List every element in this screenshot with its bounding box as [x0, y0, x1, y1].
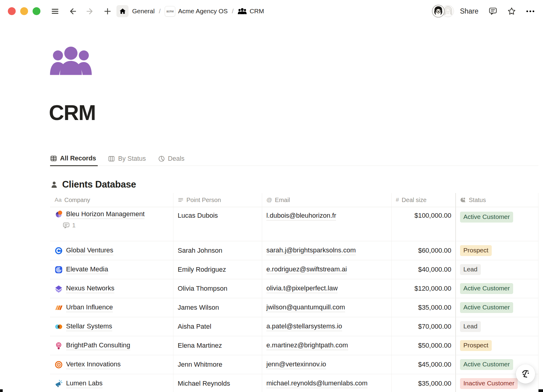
point-person-cell[interactable]: Lucas Dubois — [173, 207, 262, 241]
database-heading[interactable]: Clients Database — [50, 179, 136, 190]
table-view-icon — [50, 155, 57, 162]
table-row[interactable]: Vertex Innovations Jenn Whitmore jenn@ve… — [50, 355, 538, 374]
email-cell[interactable]: jwilson@quantumquill.com — [262, 298, 392, 317]
company-link[interactable]: Vertex Innovations — [66, 360, 121, 369]
minimize-window-button[interactable] — [20, 7, 28, 15]
close-window-button[interactable] — [8, 7, 16, 15]
table-row[interactable]: Nexus Networks Olivia Thompson olivia.t@… — [50, 279, 538, 298]
column-header-status[interactable]: Status — [456, 193, 538, 207]
logo-urban-influence-icon — [55, 304, 63, 312]
comments-icon[interactable] — [489, 7, 497, 15]
point-person-cell[interactable]: Olivia Thompson — [173, 279, 262, 298]
status-badge: Prospect — [460, 340, 492, 351]
company-link[interactable]: Lumen Labs — [66, 379, 103, 388]
company-cell[interactable]: Vertex Innovations — [50, 355, 173, 374]
breadcrumb-general[interactable]: General — [132, 8, 155, 15]
status-cell[interactable]: Prospect — [456, 241, 538, 260]
column-header-deal-size[interactable]: # Deal size — [392, 193, 456, 207]
status-cell[interactable]: Active Customer — [456, 298, 538, 317]
table-row[interactable]: Stellar Systems Aisha Patel a.patel@stel… — [50, 317, 538, 336]
company-link[interactable]: Bleu Horizon Management — [66, 210, 144, 219]
favorite-star-icon[interactable] — [507, 7, 516, 15]
table-row[interactable]: Elevate Media Emily Rodriguez e.rodrigue… — [50, 260, 538, 279]
point-person-cell[interactable]: Emily Rodriguez — [173, 260, 262, 279]
table-row[interactable]: Lumen Labs Michael Reynolds michael.reyn… — [50, 374, 538, 392]
breadcrumb-crm[interactable]: CRM — [238, 8, 264, 15]
status-cell[interactable]: Prospect — [456, 336, 538, 355]
comment-count[interactable]: 1 — [63, 222, 76, 229]
company-cell[interactable]: Urban Influence — [50, 298, 173, 317]
tab-deals[interactable]: Deals — [158, 150, 186, 166]
company-cell[interactable]: Nexus Networks — [50, 279, 173, 298]
email-cell[interactable]: e.martinez@brightpath.com — [262, 336, 392, 355]
column-header-company[interactable]: Aa Company — [50, 193, 173, 207]
new-page-icon[interactable] — [103, 7, 112, 15]
deal-size-cell[interactable]: $70,000.00 — [392, 317, 456, 336]
page-people-icon[interactable] — [49, 46, 92, 75]
table-row[interactable]: Bleu Horizon Management 1 Lucas Dubois l… — [50, 207, 538, 241]
point-person-cell[interactable]: Elena Martinez — [173, 336, 262, 355]
back-icon[interactable] — [68, 7, 77, 15]
company-cell[interactable]: Bleu Horizon Management 1 — [50, 207, 173, 241]
tab-by-status[interactable]: By Status — [108, 150, 148, 166]
page-title[interactable]: CRM — [49, 101, 96, 125]
deal-size-cell[interactable]: $45,000.00 — [392, 355, 456, 374]
email-cell[interactable]: l.dubois@bleuhorizon.fr — [262, 207, 392, 241]
sidebar-toggle-icon[interactable] — [51, 7, 59, 15]
column-header-email[interactable]: @ Email — [262, 193, 392, 207]
more-options-icon[interactable] — [526, 7, 535, 15]
table-row[interactable]: BrightPath Consulting Elena Martinez e.m… — [50, 336, 538, 355]
status-cell[interactable]: Lead — [456, 317, 538, 336]
company-cell[interactable]: Elevate Media — [50, 260, 173, 279]
status-cell[interactable]: Lead — [456, 260, 538, 279]
share-button[interactable]: Share — [460, 7, 478, 15]
company-cell[interactable]: Lumen Labs — [50, 374, 173, 392]
status-badge: Active Customer — [460, 212, 513, 223]
acme-workspace-icon: acme — [165, 6, 175, 17]
company-cell[interactable]: Stellar Systems — [50, 317, 173, 336]
email-cell[interactable]: e.rodriguez@swiftstream.ai — [262, 260, 392, 279]
logo-vertex-icon — [55, 361, 63, 369]
clients-table: Aa Company Point Person @ Email # Deal s… — [50, 193, 538, 392]
deal-size-cell[interactable]: $120,000.00 — [392, 279, 456, 298]
home-button[interactable] — [116, 5, 129, 17]
status-cell[interactable]: Active Customer — [456, 279, 538, 298]
breadcrumb-workspace[interactable]: acme Acme Agency OS — [165, 6, 228, 17]
deal-size-cell[interactable]: $60,000.00 — [392, 241, 456, 260]
table-row[interactable]: Global Ventures Sarah Johnson sarah.j@br… — [50, 241, 538, 260]
zoom-window-button[interactable] — [33, 7, 40, 15]
email-cell[interactable]: sarah.j@brightsparksolns.com — [262, 241, 392, 260]
company-link[interactable]: Stellar Systems — [66, 322, 112, 331]
point-person-cell[interactable]: James Wilson — [173, 298, 262, 317]
table-row[interactable]: Urban Influence James Wilson jwilson@qua… — [50, 298, 538, 317]
company-link[interactable]: Nexus Networks — [66, 284, 114, 293]
company-link[interactable]: Urban Influence — [66, 303, 113, 312]
column-header-point-person[interactable]: Point Person — [173, 193, 262, 207]
deal-size-cell[interactable]: $40,000.00 — [392, 260, 456, 279]
deal-size-cell[interactable]: $50,000.00 — [392, 336, 456, 355]
board-view-icon — [108, 155, 115, 162]
company-cell[interactable]: BrightPath Consulting — [50, 336, 173, 355]
notion-ai-button[interactable] — [516, 364, 535, 384]
status-cell[interactable]: Active Customer — [456, 207, 538, 241]
point-person-cell[interactable]: Aisha Patel — [173, 317, 262, 336]
point-person-cell[interactable]: Sarah Johnson — [173, 241, 262, 260]
point-person-cell[interactable]: Jenn Whitmore — [173, 355, 262, 374]
email-cell[interactable]: jenn@vertexinnov.io — [262, 355, 392, 374]
collaborator-avatars[interactable] — [432, 5, 454, 17]
deal-size-cell[interactable]: $35,000.00 — [392, 374, 456, 392]
deal-size-cell[interactable]: $35,000.00 — [392, 298, 456, 317]
deal-size-cell[interactable]: $100,000.00 — [392, 207, 456, 241]
company-cell[interactable]: Global Ventures — [50, 241, 173, 260]
company-link[interactable]: Elevate Media — [66, 265, 108, 274]
email-cell[interactable]: michael.reynolds@lumenlabs.com — [262, 374, 392, 392]
tab-all-records[interactable]: All Records — [50, 150, 98, 166]
company-link[interactable]: BrightPath Consulting — [66, 341, 130, 350]
company-link[interactable]: Global Ventures — [66, 246, 113, 255]
traffic-lights — [8, 7, 40, 15]
point-person-cell[interactable]: Michael Reynolds — [173, 374, 262, 392]
email-cell[interactable]: olivia.t@pixelperfect.law — [262, 279, 392, 298]
logo-stellar-systems-icon — [55, 323, 63, 331]
email-cell[interactable]: a.patel@stellarsystems.io — [262, 317, 392, 336]
logo-lumen-labs-icon — [55, 380, 63, 388]
